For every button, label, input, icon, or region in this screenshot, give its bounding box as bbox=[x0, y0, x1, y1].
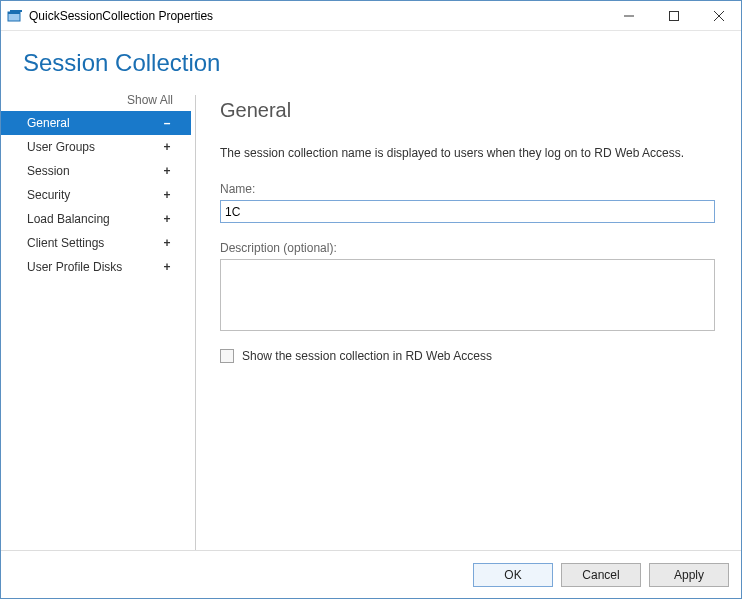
name-input[interactable] bbox=[220, 200, 715, 223]
collapse-icon[interactable]: – bbox=[161, 116, 173, 130]
svg-rect-4 bbox=[669, 11, 678, 20]
titlebar: QuickSessionCollection Properties bbox=[1, 1, 741, 31]
vertical-divider bbox=[195, 95, 196, 550]
sidebar-item-label: General bbox=[27, 116, 70, 130]
minimize-button[interactable] bbox=[606, 1, 651, 30]
sidebar: Show All General–User Groups+Session+Sec… bbox=[1, 87, 191, 550]
sidebar-item-label: Client Settings bbox=[27, 236, 104, 250]
sidebar-item-load-balancing[interactable]: Load Balancing+ bbox=[1, 207, 191, 231]
sidebar-item-session[interactable]: Session+ bbox=[1, 159, 191, 183]
show-in-web-access-label: Show the session collection in RD Web Ac… bbox=[242, 349, 492, 363]
expand-icon[interactable]: + bbox=[161, 188, 173, 202]
svg-rect-2 bbox=[10, 10, 22, 12]
window-title: QuickSessionCollection Properties bbox=[29, 9, 213, 23]
name-label: Name: bbox=[220, 182, 715, 196]
sidebar-item-security[interactable]: Security+ bbox=[1, 183, 191, 207]
main-panel: General The session collection name is d… bbox=[216, 87, 719, 550]
sidebar-item-label: Load Balancing bbox=[27, 212, 110, 226]
body-area: Show All General–User Groups+Session+Sec… bbox=[1, 87, 741, 550]
dialog-footer: OK Cancel Apply bbox=[1, 550, 741, 598]
sidebar-item-label: Security bbox=[27, 188, 70, 202]
ok-button[interactable]: OK bbox=[473, 563, 553, 587]
show-all-link[interactable]: Show All bbox=[1, 93, 191, 111]
header-area: Session Collection bbox=[1, 31, 741, 87]
expand-icon[interactable]: + bbox=[161, 140, 173, 154]
sidebar-item-user-profile-disks[interactable]: User Profile Disks+ bbox=[1, 255, 191, 279]
sidebar-item-user-groups[interactable]: User Groups+ bbox=[1, 135, 191, 159]
section-heading: General bbox=[220, 99, 715, 122]
sidebar-item-label: Session bbox=[27, 164, 70, 178]
expand-icon[interactable]: + bbox=[161, 260, 173, 274]
show-in-web-access-checkbox[interactable] bbox=[220, 349, 234, 363]
apply-button[interactable]: Apply bbox=[649, 563, 729, 587]
sidebar-item-general[interactable]: General– bbox=[1, 111, 191, 135]
svg-rect-1 bbox=[8, 12, 20, 14]
sidebar-item-client-settings[interactable]: Client Settings+ bbox=[1, 231, 191, 255]
maximize-button[interactable] bbox=[651, 1, 696, 30]
help-text: The session collection name is displayed… bbox=[220, 146, 715, 160]
show-in-web-access-row[interactable]: Show the session collection in RD Web Ac… bbox=[220, 349, 715, 363]
sidebar-item-label: User Profile Disks bbox=[27, 260, 122, 274]
description-input[interactable] bbox=[220, 259, 715, 331]
cancel-button[interactable]: Cancel bbox=[561, 563, 641, 587]
sidebar-item-label: User Groups bbox=[27, 140, 95, 154]
expand-icon[interactable]: + bbox=[161, 164, 173, 178]
description-label: Description (optional): bbox=[220, 241, 715, 255]
expand-icon[interactable]: + bbox=[161, 212, 173, 226]
dialog-window: QuickSessionCollection Properties Sessio… bbox=[0, 0, 742, 599]
close-button[interactable] bbox=[696, 1, 741, 30]
page-title: Session Collection bbox=[23, 49, 719, 77]
app-icon bbox=[7, 8, 23, 24]
expand-icon[interactable]: + bbox=[161, 236, 173, 250]
